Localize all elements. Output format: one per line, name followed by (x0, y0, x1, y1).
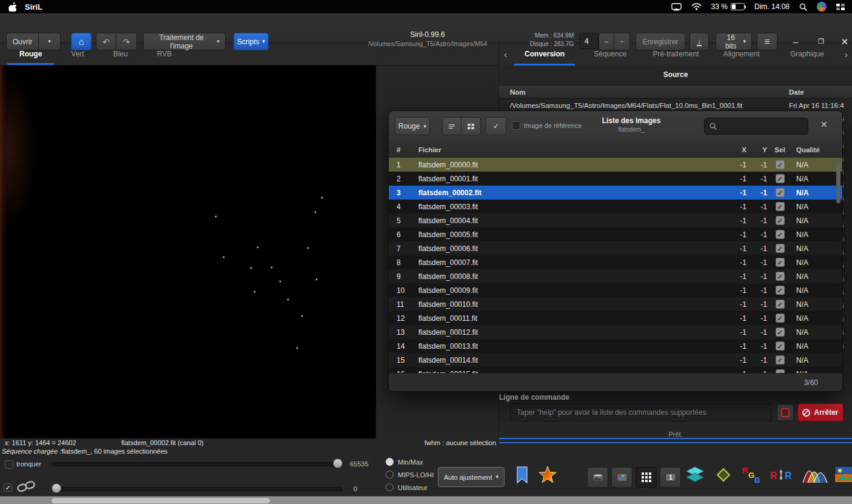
image-list-row[interactable]: 9flatsdem_00008.fit-1-1✓N/A (389, 269, 842, 283)
image-processing-menu-button[interactable]: Traitement de l'image▾ (143, 33, 226, 50)
mode-minmax-radio[interactable]: Min/Max (386, 458, 423, 466)
redo-button[interactable]: ↷ (116, 33, 137, 50)
zoom-one-button[interactable]: 1 (660, 467, 681, 488)
thread-count-input[interactable]: 4 (579, 33, 599, 49)
truncate-checkbox[interactable] (5, 460, 13, 469)
link-thresholds-checkbox[interactable]: ✓ (4, 483, 12, 492)
wifi-icon[interactable] (691, 3, 702, 10)
column-sel[interactable]: Sel (767, 146, 793, 153)
image-list-row[interactable]: 1flatsdem_00000.fit-1-1✓N/A (389, 158, 842, 172)
row-selected-checkbox[interactable]: ✓ (767, 188, 793, 197)
apple-menu-icon[interactable] (8, 2, 16, 12)
false-color-button[interactable] (611, 467, 632, 488)
window-minimize-button[interactable]: – (788, 33, 803, 50)
layers-button[interactable] (685, 466, 705, 483)
hamburger-menu-button[interactable]: ≡ (757, 33, 777, 50)
grid-view-button[interactable] (636, 467, 657, 488)
channel-select-button[interactable]: Rouge▾ (395, 117, 430, 135)
save-button[interactable]: Enregistrer (636, 33, 685, 50)
row-selected-checkbox[interactable]: ✓ (767, 230, 793, 239)
thumbnail-view-button[interactable] (461, 117, 481, 135)
image-list-row[interactable]: 2flatsdem_00001.fit-1-1✓N/A (389, 172, 842, 186)
open-dropdown-button[interactable]: ▾ (39, 33, 61, 50)
image-list-row[interactable]: 13flatsdem_00012.fit-1-1✓N/A (389, 325, 842, 339)
save-as-button[interactable]: ↓ (689, 33, 709, 50)
bit-depth-button[interactable]: 16 bits▾ (716, 33, 752, 50)
image-list-scrollbar[interactable] (836, 161, 840, 203)
open-button[interactable]: Ouvrir (6, 33, 39, 50)
stop-button[interactable]: Arrêter (797, 403, 844, 422)
user-avatar[interactable] (817, 2, 827, 12)
row-selected-checkbox[interactable]: ✓ (767, 328, 793, 337)
row-selected-checkbox[interactable]: ✓ (767, 286, 793, 295)
row-selected-checkbox[interactable]: ✓ (767, 258, 793, 267)
image-list-row[interactable]: 12flatsdem_00011.fit-1-1✓N/A (389, 311, 842, 325)
command-input[interactable] (510, 403, 772, 422)
row-selected-checkbox[interactable]: ✓ (767, 272, 793, 281)
battery-indicator[interactable]: 33 % (711, 2, 745, 11)
image-list-row[interactable]: 4flatsdem_00003.fit-1-1✓N/A (389, 200, 842, 213)
spin-decrement-button[interactable]: − (599, 33, 614, 50)
row-selected-checkbox[interactable]: ✓ (767, 202, 793, 211)
row-selected-checkbox[interactable]: ✓ (767, 314, 793, 323)
image-list-row[interactable]: 15flatsdem_00014.fit-1-1✓N/A (389, 353, 842, 367)
row-selected-checkbox[interactable]: ✓ (767, 216, 793, 225)
row-selected-checkbox[interactable]: ✓ (767, 355, 793, 365)
undo-button[interactable]: ↶ (96, 33, 116, 50)
column-y[interactable]: Y (746, 146, 767, 153)
row-selected-checkbox[interactable]: ✓ (767, 300, 793, 309)
screen-mirroring-icon[interactable] (671, 3, 682, 11)
high-threshold-slider[interactable] (52, 459, 343, 469)
image-list-row[interactable]: 5flatsdem_00004.fit-1-1✓N/A (389, 213, 842, 227)
background-samples-button[interactable] (714, 466, 733, 484)
column-nom[interactable]: Nom (510, 89, 526, 96)
image-list-row[interactable]: 14flatsdem_00013.fit-1-1✓N/A (389, 339, 842, 353)
image-list-row[interactable]: 11flatsdem_00010.fit-1-1✓N/A (389, 297, 842, 311)
low-threshold-slider[interactable] (52, 483, 343, 494)
column-num[interactable]: # (389, 146, 417, 153)
spin-increment-button[interactable]: + (614, 33, 630, 50)
image-search-box[interactable] (704, 118, 808, 135)
annotation-button[interactable] (514, 466, 530, 484)
image-list-row[interactable]: 7flatsdem_00006.fit-1-1✓N/A (389, 241, 842, 255)
list-view-button[interactable] (442, 117, 461, 135)
preview-image-button[interactable] (834, 466, 852, 483)
histogram-button[interactable] (802, 466, 828, 484)
menubar-clock[interactable]: Dim. 14:08 (754, 2, 790, 11)
control-center-icon[interactable] (836, 3, 845, 11)
scrollbar-thumb[interactable] (52, 498, 270, 503)
column-fichier[interactable]: Fichier (417, 146, 726, 153)
row-selected-checkbox[interactable]: ✓ (767, 341, 793, 351)
window-maximize-button[interactable]: ❐ (814, 33, 828, 50)
image-list-row[interactable]: 6flatsdem_00005.fit-1-1✓N/A (389, 227, 842, 241)
negative-view-button[interactable] (587, 467, 608, 488)
channel-swap-button[interactable]: RR (769, 466, 793, 484)
auto-adjust-button[interactable]: Auto ajustement▾ (438, 467, 505, 487)
image-list-row[interactable]: 3flatsdem_00002.fit-1-1✓N/A (389, 186, 842, 200)
image-list-row[interactable]: 10flatsdem_00009.fit-1-1✓N/A (389, 283, 842, 297)
mode-mips-radio[interactable]: MIPS-LO/HI (386, 471, 434, 479)
tab-graphique[interactable]: Graphique (774, 42, 840, 66)
rgb-channels-button[interactable]: RGB (741, 466, 762, 484)
star-detection-button[interactable] (538, 466, 557, 484)
column-qualite[interactable]: Qualité (793, 146, 834, 153)
scripts-menu-button[interactable]: Scripts▾ (233, 33, 269, 50)
spotlight-search-icon[interactable] (799, 3, 807, 11)
home-button[interactable]: ⌂ (71, 33, 92, 50)
slider-thumb[interactable] (52, 483, 61, 493)
window-close-button[interactable]: ✕ (837, 33, 852, 50)
column-date[interactable]: Date (789, 89, 804, 96)
validate-selection-button[interactable]: ✓ (486, 117, 506, 135)
row-selected-checkbox[interactable]: ✓ (767, 174, 793, 183)
command-history-button[interactable] (777, 404, 794, 421)
search-input[interactable] (720, 121, 802, 131)
image-list-row[interactable]: 8flatsdem_00007.fit-1-1✓N/A (389, 255, 842, 269)
row-selected-checkbox[interactable]: ✓ (767, 160, 793, 169)
column-x[interactable]: X (726, 146, 746, 153)
menubar-app-name[interactable]: SiriL (25, 2, 42, 12)
row-selected-checkbox[interactable]: ✓ (767, 244, 793, 253)
mode-user-radio[interactable]: Utilisateur (386, 483, 428, 491)
dialog-close-button[interactable]: ✕ (820, 119, 828, 129)
horizontal-scrollbar[interactable] (0, 496, 852, 504)
image-canvas[interactable] (0, 66, 376, 438)
